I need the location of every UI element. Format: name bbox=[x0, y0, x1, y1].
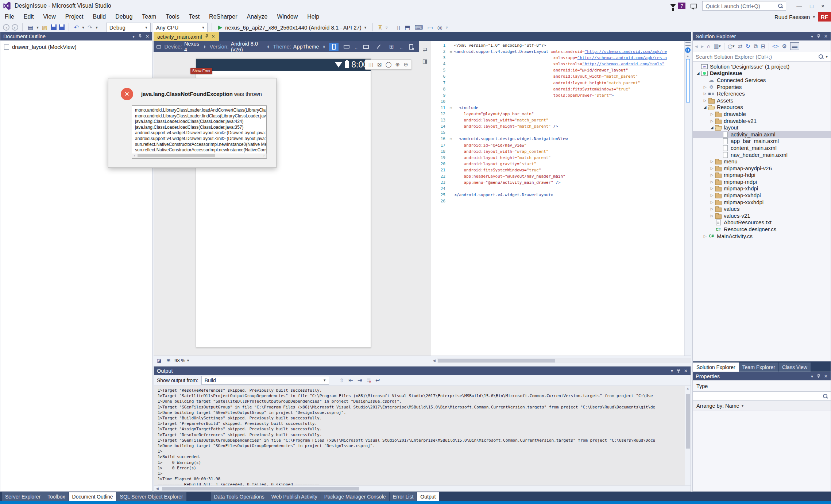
show-error-badge[interactable]: Show Error bbox=[190, 68, 212, 74]
forward-icon[interactable]: ▸ bbox=[701, 43, 704, 50]
attach-to-process-icon[interactable]: ⊼ bbox=[377, 24, 383, 31]
split-editor-grip-icon[interactable] bbox=[685, 42, 691, 46]
code-line-20[interactable]: 20 android:layout_gravity="start" bbox=[431, 161, 684, 167]
window-position-chevron-icon[interactable]: ▾ bbox=[132, 34, 135, 39]
close-icon[interactable]: ✕ bbox=[824, 34, 828, 39]
code-line-14[interactable]: 14 android:layout_height="match_parent" … bbox=[431, 123, 684, 129]
signed-in-user[interactable]: Ruud Faessen bbox=[774, 14, 810, 20]
expander-icon[interactable]: ◢ bbox=[695, 71, 701, 75]
code-line-1[interactable]: 1<?xml version="1.0" encoding="utf-8"?> bbox=[431, 42, 684, 49]
tree-item-activity-main-axml[interactable]: activity_main.axml bbox=[693, 131, 831, 138]
new-project-chevron-icon[interactable]: ▾ bbox=[36, 25, 39, 30]
toolbar-overflow-icon[interactable]: ▿ bbox=[386, 25, 388, 30]
tree-item-app-bar-main-axml[interactable]: app_bar_main.axml bbox=[693, 138, 831, 145]
quick-launch-input[interactable]: Quick Launch (Ctrl+Q) bbox=[702, 1, 786, 11]
tree-item-designissue[interactable]: ◢DesignIssue bbox=[693, 70, 831, 77]
output-source-select[interactable]: Build ▾ bbox=[201, 376, 329, 385]
editor-horizontal-scrollbar[interactable]: ◀ bbox=[431, 356, 691, 365]
code-line-3[interactable]: 3 xmlns:app="http://schemas.android.com/… bbox=[431, 55, 684, 61]
notification-count-badge[interactable]: 7 bbox=[678, 3, 685, 9]
code-line-6[interactable]: 6 android:layout_width="match_parent" bbox=[431, 73, 684, 80]
word-wrap-icon[interactable]: ↩ bbox=[375, 377, 381, 384]
code-line-2[interactable]: 2⊟<android.support.v4.widget.DrawerLayou… bbox=[431, 49, 684, 55]
stack-trace-hscrollbar[interactable]: ‹ › bbox=[132, 154, 267, 158]
code-line-11[interactable]: 11⊟ <include bbox=[431, 105, 684, 111]
output-hscrollbar[interactable]: ◀ bbox=[154, 485, 691, 491]
expander-icon[interactable]: ▷ bbox=[709, 186, 715, 190]
tree-item-mipmap-anydpi-v26[interactable]: ▷mipmap-anydpi-v26 bbox=[693, 165, 831, 172]
goto-previous-message-icon[interactable]: ⇤ bbox=[348, 377, 354, 384]
document-outline-header[interactable]: Document Outline ▾ ✕ bbox=[0, 32, 152, 40]
expander-icon[interactable]: ◢ bbox=[709, 125, 715, 129]
editor-scroll-thumb[interactable] bbox=[686, 59, 690, 102]
designer-surface-toggle-icon[interactable]: ◪ bbox=[156, 358, 162, 363]
tree-item-references[interactable]: ▷References bbox=[693, 90, 831, 97]
solution-explorer-header[interactable]: Solution Explorer ▾ ✕ bbox=[693, 32, 831, 40]
user-avatar[interactable]: RF bbox=[818, 12, 831, 22]
expander-icon[interactable]: ▷ bbox=[702, 92, 708, 96]
menu-item-debug[interactable]: Debug bbox=[111, 12, 137, 22]
split-view-icon[interactable]: ◫ bbox=[368, 61, 374, 68]
tree-item-aboutresources-txt[interactable]: AboutResources.txt bbox=[693, 219, 831, 226]
menu-item-resharper[interactable]: ReSharper bbox=[204, 12, 242, 22]
tree-item-resources[interactable]: ◢Resources bbox=[693, 104, 831, 111]
tree-item-mainactivity-cs[interactable]: ▷C#MainActivity.cs bbox=[693, 233, 831, 240]
zoom-actual-size-icon[interactable]: ◯ bbox=[386, 61, 392, 68]
expander-icon[interactable]: ◢ bbox=[702, 105, 708, 109]
menu-item-project[interactable]: Project bbox=[61, 12, 88, 22]
menu-item-tools[interactable]: Tools bbox=[161, 12, 184, 22]
zoom-to-fit-icon[interactable]: ⊠ bbox=[377, 61, 382, 68]
editor-hscroll-thumb[interactable] bbox=[438, 359, 555, 363]
classnotfound-error-popup[interactable]: × java.lang.ClassNotFoundException was t… bbox=[108, 78, 277, 168]
code-line-8[interactable]: 8 android:fitsSystemWindows="true" bbox=[431, 86, 684, 92]
expander-icon[interactable]: ▷ bbox=[709, 112, 715, 116]
navigate-forward-icon[interactable]: ▸ bbox=[12, 24, 18, 31]
tab-activity-main-axml[interactable]: activity_main.axml ✕ bbox=[154, 32, 219, 41]
save-icon[interactable] bbox=[51, 24, 57, 30]
tree-item-values-v21[interactable]: ▷values-v21 bbox=[693, 212, 831, 219]
screen-size-icon[interactable] bbox=[361, 43, 371, 51]
bottom-tab-data-tools-operations[interactable]: Data Tools Operations bbox=[211, 492, 268, 501]
zoom-in-icon[interactable]: ⊕ bbox=[395, 61, 400, 68]
layout-grid-icon[interactable]: ⊞ bbox=[387, 43, 396, 51]
close-tab-icon[interactable]: ✕ bbox=[212, 34, 215, 39]
code-line-22[interactable]: 22 app:headerLayout="@layout/nav_header_… bbox=[431, 173, 684, 179]
device-select[interactable]: Nexus 4 bbox=[184, 41, 200, 53]
bottom-tab-sql-server-object-explorer[interactable]: SQL Server Object Explorer bbox=[117, 492, 186, 501]
theme-editor-brush-icon[interactable] bbox=[374, 43, 383, 51]
landscape-orientation-icon[interactable] bbox=[342, 43, 351, 51]
expander-icon[interactable]: ▷ bbox=[702, 85, 708, 89]
bottom-tab-server-explorer[interactable]: Server Explorer bbox=[2, 492, 44, 501]
output-header[interactable]: Output ▾ ✕ bbox=[154, 367, 691, 375]
pin-icon[interactable] bbox=[138, 34, 142, 39]
show-all-files-icon[interactable]: ⊟ bbox=[761, 43, 765, 50]
orientation-more-icon[interactable]: ‥ bbox=[355, 44, 358, 50]
maximize-button[interactable]: □ bbox=[810, 3, 813, 9]
solution-platform-select[interactable]: Any CPU ▾ bbox=[153, 23, 208, 32]
search-chevron-icon[interactable]: ▾ bbox=[826, 54, 828, 59]
pin-icon[interactable] bbox=[817, 374, 820, 379]
user-menu-chevron-down-icon[interactable]: ▾ bbox=[813, 15, 815, 19]
stack-hscroll-thumb[interactable] bbox=[138, 154, 215, 157]
tree-item-mipmap-xxxhdpi[interactable]: ▷mipmap-xxxhdpi bbox=[693, 199, 831, 206]
device-log-icon[interactable]: ▭ bbox=[426, 24, 434, 31]
swap-panes-icon[interactable]: ⇄ bbox=[423, 46, 428, 53]
code-line-17[interactable]: 17 android:id="@+id/nav_view" bbox=[431, 142, 684, 148]
properties-search-input[interactable] bbox=[693, 391, 831, 401]
code-line-19[interactable]: 19 android:layout_height="match_parent" bbox=[431, 155, 684, 161]
expander-icon[interactable]: ▷ bbox=[709, 200, 715, 204]
zoom-widget-icon[interactable]: ⊞ bbox=[165, 358, 171, 363]
toolbar-overflow-icon[interactable]: ▿ bbox=[446, 25, 448, 30]
version-spinner-icon[interactable]: ▲▼ bbox=[267, 45, 270, 49]
tree-item-layout[interactable]: ◢layout bbox=[693, 124, 831, 131]
tree-item-menu[interactable]: ▷menu bbox=[693, 158, 831, 165]
window-position-chevron-icon[interactable]: ▾ bbox=[671, 368, 673, 373]
expander-icon[interactable]: ▷ bbox=[709, 173, 715, 177]
scroll-left-icon[interactable]: ◀ bbox=[154, 486, 161, 491]
collapse-pane-icon[interactable]: ◨ bbox=[422, 58, 428, 65]
menu-item-team[interactable]: Team bbox=[137, 12, 161, 22]
undo-chevron-icon[interactable]: ▾ bbox=[82, 25, 84, 30]
xml-source-editor[interactable]: 1<?xml version="1.0" encoding="utf-8"?>2… bbox=[431, 41, 691, 356]
portrait-orientation-icon[interactable] bbox=[329, 43, 339, 51]
zoom-out-icon[interactable]: ⊖ bbox=[403, 61, 408, 68]
